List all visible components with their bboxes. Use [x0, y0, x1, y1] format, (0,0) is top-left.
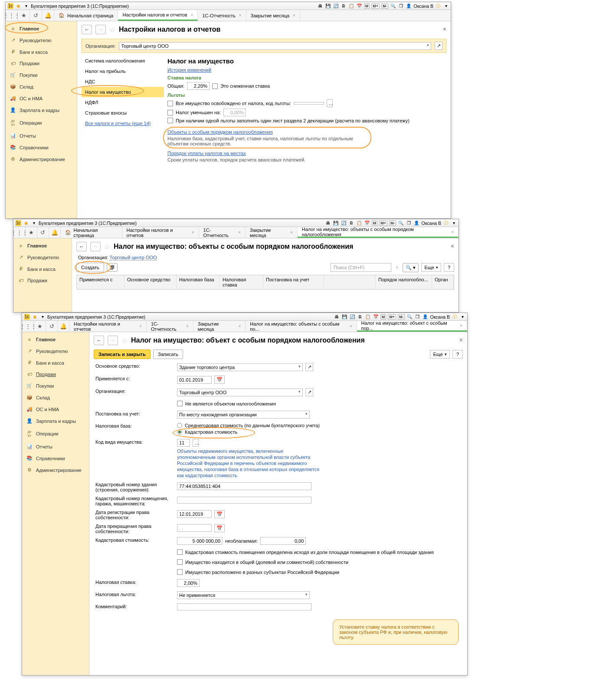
reg-select[interactable]: По месту нахождения организации	[177, 411, 310, 419]
close-icon[interactable]: ×	[239, 13, 242, 18]
payment-order-link[interactable]: Порядок уплаты налогов на местах	[167, 151, 246, 156]
m-plus-btn[interactable]: M+	[371, 3, 380, 9]
sidebar-item-main[interactable]: ≡Главное	[6, 23, 77, 34]
kst-input[interactable]: 5 000 000,00	[177, 537, 223, 545]
settings-item-profit[interactable]: Налог на прибыль	[82, 66, 164, 76]
back-button[interactable]: ←	[76, 242, 87, 251]
kst-nontax-input[interactable]: 0,00	[260, 537, 306, 545]
sidebar-item-reports[interactable]: 📊Отчеты	[6, 130, 77, 142]
doc-icon[interactable]: 🗎	[341, 3, 347, 9]
tab-month-close[interactable]: Закрытие месяца×	[246, 10, 300, 21]
not-object-checkbox[interactable]	[177, 401, 183, 406]
save-close-button[interactable]: Записать и закрыть	[94, 349, 151, 359]
info-icon[interactable]: ⓘ	[435, 3, 441, 9]
bell-icon[interactable]: 🔔	[42, 10, 54, 21]
settings-item-system[interactable]: Система налогообложения	[82, 56, 164, 66]
apps-icon[interactable]: ⋮⋮⋮	[6, 10, 18, 21]
forward-button[interactable]: →	[108, 336, 118, 345]
tab-home[interactable]: 🏠Начальная страница	[54, 10, 118, 21]
settings-item-ndfl[interactable]: НДФЛ	[82, 97, 164, 108]
history-link[interactable]: История изменений	[167, 67, 211, 73]
settings-item-nds[interactable]: НДС	[82, 76, 164, 87]
sidebar-item-sales[interactable]: 🏷Продажи	[22, 369, 89, 380]
create-button[interactable]: Создать	[76, 263, 104, 272]
col-os[interactable]: Основное средство	[125, 275, 177, 289]
favorite-icon[interactable]: ★	[18, 10, 30, 21]
chevron-down-icon[interactable]: ▾	[23, 3, 29, 9]
m-btn[interactable]: M	[364, 3, 370, 9]
tab-tax-settings[interactable]: Настройки налогов и отчетов×	[122, 227, 199, 238]
tab-object-form[interactable]: Налог на имущество: объект с особым пор.…	[357, 321, 467, 332]
close-icon[interactable]: ×	[293, 13, 295, 18]
star-icon[interactable]: ☆	[109, 26, 115, 34]
b1-more[interactable]: …	[327, 99, 333, 107]
help-button[interactable]: ?	[444, 263, 454, 272]
org-open-button[interactable]: ↗	[435, 42, 442, 50]
org-select[interactable]: Торговый центр ООО	[177, 389, 303, 396]
save-icon[interactable]: 💾	[325, 3, 331, 9]
help-button[interactable]: ?	[452, 350, 463, 359]
calendar-icon[interactable]: 📅	[214, 376, 225, 384]
col-organ[interactable]: Орган	[432, 275, 454, 289]
comment-input[interactable]	[177, 603, 311, 610]
circle-icon[interactable]: ◉	[23, 220, 29, 226]
close-icon[interactable]: ×	[443, 26, 446, 33]
sidebar-item-operations[interactable]: ДтКтОперации	[6, 116, 77, 130]
dreg-input[interactable]: 12.01.2019	[177, 510, 212, 518]
reduced-rate-checkbox[interactable]	[212, 83, 218, 89]
settings-more-link[interactable]: Все налоги и отчеты (еще 14)	[85, 121, 151, 126]
col-applied-from[interactable]: Применяется с	[77, 275, 125, 289]
close-icon[interactable]: ×	[191, 13, 193, 17]
b2-input[interactable]: 0,00%	[223, 109, 246, 116]
save-button[interactable]: Записать	[153, 349, 183, 359]
kind-input[interactable]: 11	[177, 439, 190, 447]
rate-input[interactable]: 2,20%	[187, 82, 210, 90]
tab-home[interactable]: 🏠Начальная страница	[61, 227, 122, 238]
back-button[interactable]: ←	[82, 25, 92, 34]
clipboard-icon[interactable]: 📋	[348, 3, 354, 9]
base-radio-cadastral[interactable]	[177, 429, 182, 435]
back-button[interactable]: ←	[94, 336, 104, 345]
c1-checkbox[interactable]	[177, 549, 183, 555]
sidebar-item-os-nma[interactable]: 🚚ОС и НМА	[6, 92, 77, 104]
b2-checkbox[interactable]	[167, 110, 173, 115]
forward-button[interactable]: →	[95, 25, 106, 34]
col-base[interactable]: Налоговая база	[177, 275, 220, 289]
clear-search-icon[interactable]: ×	[394, 265, 400, 270]
col-rate[interactable]: Налоговая ставка	[220, 275, 263, 289]
settings-item-insurance[interactable]: Страховые взносы	[82, 108, 164, 118]
circle-icon[interactable]: ◉	[15, 3, 21, 9]
c2-checkbox[interactable]	[177, 559, 183, 565]
sidebar-item-purchases[interactable]: 🛒Покупки	[6, 69, 77, 81]
os-open[interactable]: ↗	[305, 363, 313, 371]
b1-checkbox[interactable]	[167, 101, 173, 106]
m-minus-btn[interactable]: M-	[381, 3, 389, 9]
sidebar-item-manager[interactable]: ↗Руководителю	[6, 34, 77, 46]
b1-code-input[interactable]	[294, 102, 324, 105]
sidebar-item-hr[interactable]: 👤Зарплата и кадры	[6, 104, 77, 116]
close-icon[interactable]: ×	[451, 243, 454, 250]
special-objects-link[interactable]: Объекты с особым порядком налогообложени…	[167, 129, 273, 135]
b3-checkbox[interactable]	[167, 118, 173, 123]
kind-more[interactable]: …	[193, 439, 199, 447]
from-input[interactable]: 01.01.2019	[177, 376, 212, 384]
tab-1c-report[interactable]: 1С-Отчетность×	[198, 10, 246, 21]
copy-button[interactable]: 🗐	[107, 263, 118, 272]
more-button[interactable]: Еще	[421, 263, 441, 272]
os-select[interactable]: Здание торгового центра	[177, 363, 303, 371]
c3-checkbox[interactable]	[177, 569, 183, 575]
print-icon[interactable]: 🖶	[317, 3, 323, 9]
sidebar-item-refs[interactable]: 📚Справочники	[6, 142, 77, 153]
settings-item-property-tax[interactable]: Налог на имущество	[82, 87, 164, 97]
benefit-select[interactable]: Не применяется	[177, 591, 310, 599]
tab-objects-list[interactable]: Налог на имущество: объекты с особым пор…	[298, 227, 459, 238]
window-icon[interactable]: ❐	[398, 3, 404, 9]
tab-tax-settings[interactable]: Настройки налогов и отчетов×	[118, 10, 198, 21]
print-icon[interactable]: 🖶	[325, 220, 331, 226]
base-radio-average[interactable]	[177, 423, 182, 428]
close-icon[interactable]: ×	[459, 336, 463, 343]
rate-input[interactable]: 2,00%	[177, 579, 200, 587]
org-select[interactable]: Торговый центр ООО	[119, 42, 431, 50]
dend-input[interactable]: . .	[177, 524, 212, 532]
refresh-icon[interactable]: 🔄	[333, 3, 339, 9]
